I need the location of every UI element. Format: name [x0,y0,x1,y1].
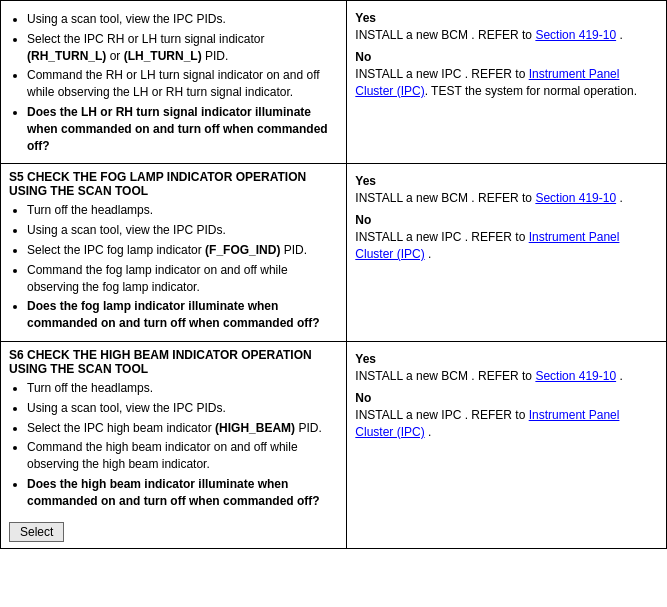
s5-step-3: Select the IPC fog lamp indicator (F_FOG… [27,242,338,259]
s5-no-text: INSTALL a new IPC . REFER to Instrument … [355,229,658,263]
s4-yes-label: Yes [355,11,658,25]
s5-yes-link[interactable]: Section 419-10 [535,191,616,205]
s6-yes-link[interactable]: Section 419-10 [535,369,616,383]
s4-steps-list: Using a scan tool, view the IPC PIDs. Se… [27,11,338,154]
table-row-s4: Using a scan tool, view the IPC PIDs. Se… [1,1,667,164]
s6-no-link1[interactable]: Instrument Panel Cluster (IPC) [355,408,619,439]
s6-left-cell: S6 CHECK THE HIGH BEAM INDICATOR OPERATI… [1,341,347,548]
s6-yes-label: Yes [355,352,658,366]
s6-steps-list: Turn off the headlamps. Using a scan too… [27,380,338,510]
s4-step-3: Command the RH or LH turn signal indicat… [27,67,338,101]
s4-no-text: INSTALL a new IPC . REFER to Instrument … [355,66,658,100]
s5-step-4: Command the fog lamp indicator on and of… [27,262,338,296]
s4-left-cell: Using a scan tool, view the IPC PIDs. Se… [1,1,347,164]
s5-no-label: No [355,213,658,227]
s4-right-cell: Yes INSTALL a new BCM . REFER to Section… [347,1,667,164]
s5-yes-text: INSTALL a new BCM . REFER to Section 419… [355,190,658,207]
s6-step-5: Does the high beam indicator illuminate … [27,476,338,510]
s4-no-link1[interactable]: Instrument Panel Cluster (IPC) [355,67,619,98]
table-row-s6: S6 CHECK THE HIGH BEAM INDICATOR OPERATI… [1,341,667,548]
s6-step-2: Using a scan tool, view the IPC PIDs. [27,400,338,417]
s6-header: S6 CHECK THE HIGH BEAM INDICATOR OPERATI… [9,348,338,376]
s6-no-label: No [355,391,658,405]
s5-right-cell: Yes INSTALL a new BCM . REFER to Section… [347,164,667,342]
s4-yes-link[interactable]: Section 419-10 [535,28,616,42]
s4-yes-text: INSTALL a new BCM . REFER to Section 419… [355,27,658,44]
s5-yes-label: Yes [355,174,658,188]
s5-step-1: Turn off the headlamps. [27,202,338,219]
select-button[interactable]: Select [9,522,64,542]
s6-right-cell: Yes INSTALL a new BCM . REFER to Section… [347,341,667,548]
s5-left-cell: S5 CHECK THE FOG LAMP INDICATOR OPERATIO… [1,164,347,342]
s5-step-5: Does the fog lamp indicator illuminate w… [27,298,338,332]
s4-step-1: Using a scan tool, view the IPC PIDs. [27,11,338,28]
s5-no-link1[interactable]: Instrument Panel Cluster (IPC) [355,230,619,261]
s5-header: S5 CHECK THE FOG LAMP INDICATOR OPERATIO… [9,170,338,198]
s6-step-1: Turn off the headlamps. [27,380,338,397]
s6-step-4: Command the high beam indicator on and o… [27,439,338,473]
s5-steps-list: Turn off the headlamps. Using a scan too… [27,202,338,332]
s4-no-label: No [355,50,658,64]
s4-step-4: Does the LH or RH turn signal indicator … [27,104,338,154]
s4-step-2: Select the IPC RH or LH turn signal indi… [27,31,338,65]
s5-step-2: Using a scan tool, view the IPC PIDs. [27,222,338,239]
s6-select-container: Select [9,516,338,542]
table-row-s5: S5 CHECK THE FOG LAMP INDICATOR OPERATIO… [1,164,667,342]
s6-step-3: Select the IPC high beam indicator (HIGH… [27,420,338,437]
s6-no-text: INSTALL a new IPC . REFER to Instrument … [355,407,658,441]
s6-yes-text: INSTALL a new BCM . REFER to Section 419… [355,368,658,385]
main-table: Using a scan tool, view the IPC PIDs. Se… [0,0,667,549]
